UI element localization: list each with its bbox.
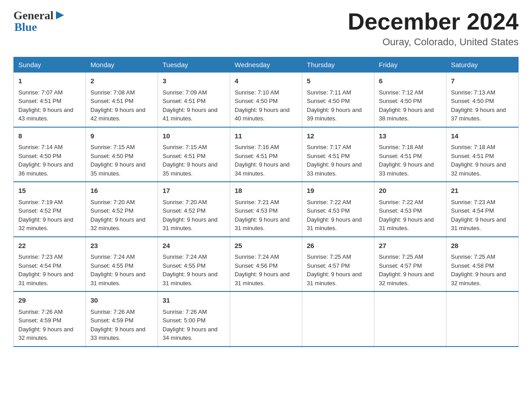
- calendar-week-row: 1 Sunrise: 7:07 AM Sunset: 4:51 PM Dayli…: [14, 73, 519, 127]
- sunrise-text: Sunrise: 7:26 AM: [163, 308, 207, 315]
- calendar-cell: 20 Sunrise: 7:22 AM Sunset: 4:53 PM Dayl…: [374, 182, 446, 237]
- logo: General Blue: [13, 9, 65, 34]
- daylight-text: Daylight: 9 hours and 31 minutes.: [163, 216, 218, 232]
- sunrise-text: Sunrise: 7:23 AM: [18, 253, 63, 260]
- daylight-text: Daylight: 9 hours and 33 minutes.: [307, 161, 362, 177]
- sunrise-text: Sunrise: 7:24 AM: [163, 253, 207, 260]
- day-number: 15: [18, 186, 81, 196]
- calendar-cell: 8 Sunrise: 7:14 AM Sunset: 4:50 PM Dayli…: [14, 127, 86, 182]
- sunrise-text: Sunrise: 7:11 AM: [307, 89, 351, 96]
- sunset-text: Sunset: 4:51 PM: [90, 98, 133, 104]
- sunrise-text: Sunrise: 7:18 AM: [451, 144, 495, 150]
- sunset-text: Sunset: 4:55 PM: [90, 262, 133, 269]
- daylight-text: Daylight: 9 hours and 31 minutes.: [163, 271, 218, 287]
- sunset-text: Sunset: 4:52 PM: [18, 207, 61, 214]
- day-number: 19: [307, 186, 369, 196]
- sunrise-text: Sunrise: 7:22 AM: [307, 199, 351, 206]
- calendar-cell: 18 Sunrise: 7:21 AM Sunset: 4:53 PM Dayl…: [230, 182, 302, 237]
- day-number: 5: [307, 76, 369, 86]
- page-header: General Blue December 2024 Ouray, Colora…: [13, 9, 519, 48]
- daylight-text: Daylight: 9 hours and 37 minutes.: [451, 107, 506, 122]
- sunrise-text: Sunrise: 7:08 AM: [90, 89, 135, 96]
- calendar-week-row: 29 Sunrise: 7:26 AM Sunset: 4:59 PM Dayl…: [14, 291, 519, 347]
- daylight-text: Daylight: 9 hours and 34 minutes.: [235, 161, 290, 177]
- svg-marker-0: [56, 11, 64, 19]
- calendar-cell: 26 Sunrise: 7:25 AM Sunset: 4:57 PM Dayl…: [302, 237, 374, 292]
- day-number: 13: [379, 131, 442, 141]
- calendar-cell: 22 Sunrise: 7:23 AM Sunset: 4:54 PM Dayl…: [14, 237, 86, 292]
- calendar-cell: 30 Sunrise: 7:26 AM Sunset: 4:59 PM Dayl…: [86, 291, 158, 347]
- day-number: 10: [163, 131, 225, 141]
- daylight-text: Daylight: 9 hours and 32 minutes.: [18, 326, 73, 342]
- day-number: 31: [163, 295, 225, 306]
- calendar-cell: 7 Sunrise: 7:13 AM Sunset: 4:50 PM Dayli…: [446, 73, 519, 127]
- sunrise-text: Sunrise: 7:09 AM: [163, 89, 207, 96]
- daylight-text: Daylight: 9 hours and 31 minutes.: [307, 271, 362, 287]
- sunrise-text: Sunrise: 7:13 AM: [451, 89, 495, 96]
- day-number: 24: [163, 241, 225, 251]
- title-block: December 2024 Ouray, Colorado, United St…: [348, 9, 519, 48]
- daylight-text: Daylight: 9 hours and 40 minutes.: [235, 107, 290, 122]
- calendar-cell: 4 Sunrise: 7:10 AM Sunset: 4:50 PM Dayli…: [230, 73, 302, 127]
- calendar-cell: 1 Sunrise: 7:07 AM Sunset: 4:51 PM Dayli…: [14, 73, 86, 127]
- calendar-cell: [446, 291, 519, 347]
- calendar-cell: 2 Sunrise: 7:08 AM Sunset: 4:51 PM Dayli…: [86, 73, 158, 127]
- calendar-cell: 29 Sunrise: 7:26 AM Sunset: 4:59 PM Dayl…: [14, 291, 86, 347]
- calendar-cell: 21 Sunrise: 7:23 AM Sunset: 4:54 PM Dayl…: [446, 182, 519, 237]
- daylight-text: Daylight: 9 hours and 31 minutes.: [451, 216, 506, 232]
- sunset-text: Sunset: 5:00 PM: [163, 317, 206, 324]
- location: Ouray, Colorado, United States: [348, 36, 519, 48]
- sunset-text: Sunset: 4:50 PM: [379, 98, 422, 104]
- calendar-header-row: Sunday Monday Tuesday Wednesday Thursday…: [14, 57, 519, 73]
- calendar-week-row: 8 Sunrise: 7:14 AM Sunset: 4:50 PM Dayli…: [14, 127, 519, 182]
- calendar-cell: 24 Sunrise: 7:24 AM Sunset: 4:55 PM Dayl…: [158, 237, 230, 292]
- day-number: 18: [235, 186, 297, 196]
- sunrise-text: Sunrise: 7:25 AM: [451, 253, 495, 260]
- calendar-cell: 31 Sunrise: 7:26 AM Sunset: 5:00 PM Dayl…: [158, 291, 230, 347]
- sunset-text: Sunset: 4:54 PM: [18, 262, 61, 269]
- sunrise-text: Sunrise: 7:22 AM: [379, 199, 423, 206]
- daylight-text: Daylight: 9 hours and 32 minutes.: [451, 271, 506, 287]
- sunrise-text: Sunrise: 7:21 AM: [235, 199, 279, 206]
- sunset-text: Sunset: 4:51 PM: [235, 153, 278, 159]
- sunset-text: Sunset: 4:51 PM: [451, 153, 494, 159]
- day-number: 2: [90, 76, 153, 86]
- calendar-cell: 11 Sunrise: 7:16 AM Sunset: 4:51 PM Dayl…: [230, 127, 302, 182]
- sunrise-text: Sunrise: 7:26 AM: [90, 308, 135, 315]
- calendar-cell: 10 Sunrise: 7:15 AM Sunset: 4:51 PM Dayl…: [158, 127, 230, 182]
- day-number: 3: [163, 76, 225, 86]
- calendar-cell: 15 Sunrise: 7:19 AM Sunset: 4:52 PM Dayl…: [14, 182, 86, 237]
- day-number: 21: [451, 186, 514, 196]
- day-number: 14: [451, 131, 514, 141]
- day-number: 23: [90, 241, 153, 251]
- sunrise-text: Sunrise: 7:25 AM: [379, 253, 423, 260]
- sunset-text: Sunset: 4:50 PM: [451, 98, 494, 104]
- calendar-cell: 3 Sunrise: 7:09 AM Sunset: 4:51 PM Dayli…: [158, 73, 230, 127]
- calendar-cell: 27 Sunrise: 7:25 AM Sunset: 4:57 PM Dayl…: [374, 237, 446, 292]
- calendar-cell: 12 Sunrise: 7:17 AM Sunset: 4:51 PM Dayl…: [302, 127, 374, 182]
- calendar-cell: 16 Sunrise: 7:20 AM Sunset: 4:52 PM Dayl…: [86, 182, 158, 237]
- calendar-week-row: 22 Sunrise: 7:23 AM Sunset: 4:54 PM Dayl…: [14, 237, 519, 292]
- daylight-text: Daylight: 9 hours and 32 minutes.: [379, 271, 434, 287]
- daylight-text: Daylight: 9 hours and 31 minutes.: [307, 216, 362, 232]
- daylight-text: Daylight: 9 hours and 42 minutes.: [90, 107, 146, 122]
- calendar-cell: [302, 291, 374, 347]
- day-number: 16: [90, 186, 153, 196]
- daylight-text: Daylight: 9 hours and 32 minutes.: [451, 161, 506, 177]
- daylight-text: Daylight: 9 hours and 33 minutes.: [90, 326, 146, 342]
- logo-text-blue: Blue: [14, 21, 65, 34]
- sunset-text: Sunset: 4:51 PM: [163, 153, 206, 159]
- sunrise-text: Sunrise: 7:18 AM: [379, 144, 423, 150]
- sunset-text: Sunset: 4:59 PM: [90, 317, 133, 324]
- col-friday: Friday: [374, 57, 446, 73]
- daylight-text: Daylight: 9 hours and 34 minutes.: [163, 326, 218, 342]
- daylight-text: Daylight: 9 hours and 31 minutes.: [379, 216, 434, 232]
- calendar-week-row: 15 Sunrise: 7:19 AM Sunset: 4:52 PM Dayl…: [14, 182, 519, 237]
- calendar-cell: 23 Sunrise: 7:24 AM Sunset: 4:55 PM Dayl…: [86, 237, 158, 292]
- day-number: 26: [307, 241, 369, 251]
- daylight-text: Daylight: 9 hours and 31 minutes.: [235, 271, 290, 287]
- sunrise-text: Sunrise: 7:17 AM: [307, 144, 351, 150]
- calendar-cell: [374, 291, 446, 347]
- sunset-text: Sunset: 4:53 PM: [379, 207, 422, 214]
- daylight-text: Daylight: 9 hours and 38 minutes.: [379, 107, 434, 122]
